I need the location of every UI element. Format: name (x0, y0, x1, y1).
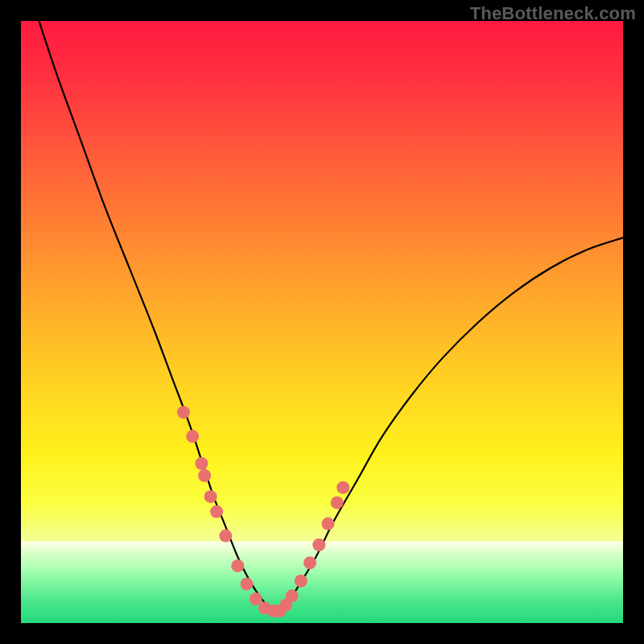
sample-point (331, 496, 344, 509)
sample-point (295, 575, 308, 588)
sample-point (286, 589, 299, 602)
plot-area (21, 21, 623, 623)
sample-point (321, 518, 334, 530)
sample-point (186, 430, 199, 443)
chart-svg (21, 21, 623, 623)
sample-point (312, 539, 325, 551)
sample-point (336, 481, 349, 494)
sample-point (204, 490, 217, 503)
sample-point (303, 556, 316, 569)
sample-point (177, 406, 190, 419)
sample-point (231, 559, 244, 572)
sample-point (210, 506, 223, 518)
sample-point (241, 577, 254, 590)
sample-point (219, 530, 232, 543)
sample-points (177, 406, 349, 617)
sample-point (195, 457, 208, 470)
sample-point (198, 469, 211, 482)
